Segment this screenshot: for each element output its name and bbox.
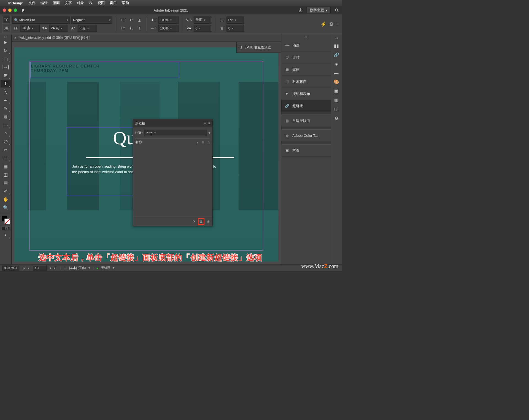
menu-layout[interactable]: 版面 [53,1,60,6]
content-collector-tool[interactable]: ⊞ [1,72,11,79]
panel-media[interactable]: ▦媒体 [281,64,331,76]
fill-stroke-swatch[interactable] [2,216,10,224]
share-icon[interactable] [298,8,303,12]
header-text-frame[interactable]: LIBRARY RESOURCE CENTER THURSDAY, 7PM [31,64,100,73]
menu-view[interactable]: 视图 [98,1,105,6]
last-page-button[interactable]: ▸| [53,266,57,270]
panel-buttons-forms[interactable]: ☛按钮和表单 [281,88,331,100]
menu-object[interactable]: 对象 [77,1,84,6]
canvas[interactable]: LIBRARY RESOURCE CENTER THURSDAY, 7PM Qu… [12,42,281,264]
leading-combo[interactable]: 24 点▾ [49,25,68,32]
window-minimize[interactable] [8,9,12,12]
refresh-icon[interactable]: ⟳ [193,220,195,223]
window-maximize[interactable] [14,9,17,12]
zoom-combo[interactable]: 39.37%▾ [2,266,19,271]
gradient-swatch-tool[interactable]: ▦ [1,162,11,170]
hyperlinks-panel[interactable]: 超链接 ›› ≡ URL: ▾ 名称 ▴ [133,119,213,226]
quick-apply-icon[interactable]: ⚡ [320,21,326,27]
epub-preview-tab[interactable]: × ⟨⟩ EPUB 交互性预览 [236,42,281,53]
menu-table[interactable]: 表 [89,1,93,6]
prev-page-button[interactable]: ◂ [27,266,30,270]
font-size-combo[interactable]: 16 点▾ [20,25,40,32]
menu-window[interactable]: 窗口 [110,1,117,6]
menu-edit[interactable]: 编辑 [41,1,48,6]
scissors-tool[interactable]: ✂ [1,146,11,154]
preflight-status[interactable]: 无错误 [101,266,110,270]
tracking-mode-combo[interactable]: 量度▾ [194,17,211,24]
tracking-value-combo[interactable]: 0▾ [194,25,211,32]
stroke-icon[interactable]: ▬ [334,70,339,75]
next-page-button[interactable]: ▸ [49,266,53,270]
swatches-icon[interactable]: ▦ [334,88,338,94]
document-tab[interactable]: × *Add_interactivity.indd @ 39% [GPU 预览]… [12,34,281,42]
free-transform-tool[interactable]: ⬚ [1,154,11,162]
note-tool[interactable]: ▤ [1,179,11,187]
profile-label[interactable]: [基本] (工作) [69,266,86,270]
panel-liquid-layout[interactable]: ▥自适应版面 [281,115,331,127]
all-caps-icon[interactable]: TT [119,17,126,24]
underline-icon[interactable]: T [136,17,143,24]
direct-selection-tool[interactable] [1,47,11,54]
panel-animation[interactable]: •─•动画 [281,39,331,51]
open-in-bridge-icon[interactable]: ⬚ [64,266,66,270]
apply-color-buttons[interactable]: T [0,226,11,230]
layers-icon[interactable]: ◈ [335,61,338,67]
ellipse-tool[interactable]: ○ [1,129,11,137]
gradient-feather-tool[interactable]: ◫ [1,171,11,178]
collapse-icon[interactable]: ›› [204,121,206,125]
panel-hyperlinks[interactable]: 🔗超链接 [281,100,331,112]
font-family-combo[interactable]: 🔍 Minion Pro ▾ [12,17,70,24]
pen-tool[interactable]: ✒ [1,96,11,104]
pencil-tool[interactable]: ✎ [1,105,11,112]
gradient-icon[interactable]: ▥ [334,97,338,103]
hand-tool[interactable]: ✋ [1,195,11,203]
url-input[interactable] [144,130,207,136]
links-icon[interactable]: 🔗 [334,52,339,58]
small-caps-icon[interactable]: Tᴛ [119,25,126,32]
workspace-dropdown[interactable]: 数字出版 ▾ [307,7,331,14]
menu-type[interactable]: 文字 [65,1,72,6]
superscript-icon[interactable]: T¹ [128,17,135,24]
properties-icon[interactable]: ⚙ [334,116,338,121]
panel-header[interactable]: 超链接 ›› ≡ [133,119,212,127]
rectangle-tool[interactable]: ▭ [1,121,11,129]
character-mode-button[interactable]: 字 [2,16,10,24]
font-style-combo[interactable]: Regular ▾ [71,17,112,24]
pages-strip-icon[interactable]: ◫ [334,107,338,112]
page-tool[interactable]: ▢ [1,55,11,63]
line-tool[interactable]: ╲ [1,88,11,96]
panel-menu-icon[interactable]: ≡ [336,21,339,27]
type-tool[interactable]: T [1,80,11,88]
color-icon[interactable]: 🎨 [334,79,339,84]
url-dropdown-icon[interactable]: ▾ [209,131,210,135]
window-close[interactable] [3,9,6,12]
first-page-button[interactable]: |◂ [22,266,26,270]
paragraph-mode-button[interactable]: 段 [2,25,10,32]
rectangle-frame-tool[interactable]: ⊠ [1,113,11,121]
new-hyperlink-button[interactable]: ⊞ [199,219,204,224]
skew-combo[interactable]: 0▾ [226,25,244,32]
cc-libraries-icon[interactable]: ▮▮ [334,43,339,48]
close-tab-icon[interactable]: × [14,36,16,40]
search-icon[interactable] [334,8,339,12]
menu-file[interactable]: 文件 [28,1,36,6]
home-icon[interactable] [21,8,25,12]
panel-menu-icon[interactable]: ≡ [208,121,210,125]
settings-icon[interactable]: ⚙ [329,21,334,27]
selection-tool[interactable] [1,39,11,46]
panel-adobe-color[interactable]: ⊕Adobe Color T... [281,130,331,142]
hscale-combo[interactable]: 100%▾ [158,25,179,32]
kerning-combo[interactable]: 0 点▾ [78,25,97,32]
panel-object-states[interactable]: ⬚对象状态 [281,76,331,88]
menu-help[interactable]: 帮助 [122,1,129,6]
delete-icon[interactable]: 🗑 [207,220,210,223]
page-combo[interactable]: 1▾ [33,266,47,271]
vscale-combo[interactable]: 100%▾ [158,17,179,24]
app-name[interactable]: InDesign [8,1,23,5]
gap-tool[interactable]: |↔| [1,63,11,71]
subscript-icon[interactable]: T₁ [128,25,135,32]
panel-timing[interactable]: ⏱计时 [281,51,331,64]
polygon-tool[interactable]: ⬠ [1,138,11,145]
view-mode-button[interactable]: ▪ [1,231,11,239]
zoom-tool[interactable]: 🔍 [1,204,11,211]
